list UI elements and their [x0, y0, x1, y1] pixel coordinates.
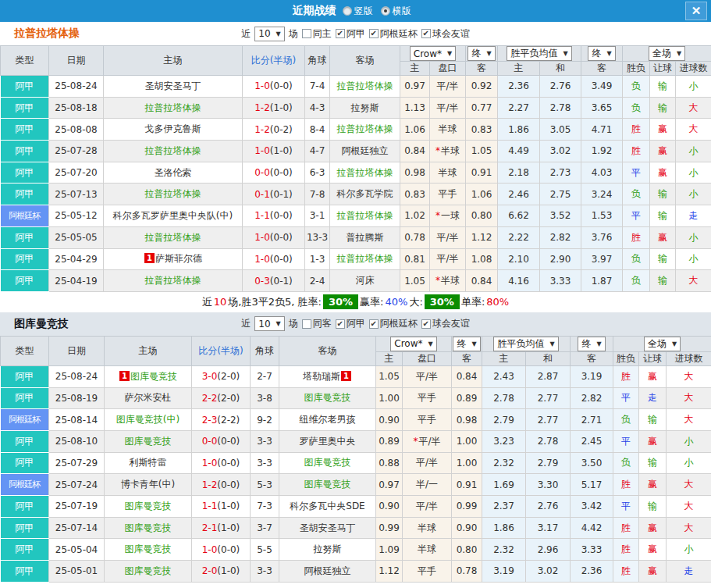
match-row: 阿根廷杯25-05-12科尔多瓦罗萨里奥中央队(中)1-1(0-0)3-1拉普拉… [1, 205, 711, 227]
fulltime-score: 1-0 [202, 544, 218, 555]
avg-away-cell: 1.53 [581, 205, 623, 227]
corners-cell: 4-3 [305, 97, 330, 119]
scope-select[interactable]: 全场▼ [644, 337, 681, 351]
odds-away-cell: 0.90 [452, 517, 482, 539]
date-cell: 25-08-14 [49, 409, 105, 431]
league-filter-label: 阿甲 [347, 317, 365, 330]
result-handicap-cell: 输 [650, 97, 676, 119]
team-label: 拉努斯 [351, 102, 379, 113]
odds-home-cell: 0.90 [376, 409, 403, 431]
sub-column-header: 进球数 [667, 351, 711, 365]
scope-select[interactable]: 全场▼ [649, 46, 685, 61]
avg-away-cell: 3.42 [571, 496, 613, 518]
result-handicap-cell: 输 [650, 76, 676, 98]
same-venue-checkbox[interactable]: 同主 [302, 27, 332, 41]
avg-home-cell: 2.32 [482, 452, 526, 474]
header-row-dropdowns: 类型日期主场比分(半场)角球客场Crow*▼终▼胜平负均值▼终▼全场▼ [1, 46, 711, 62]
odds-source-select[interactable]: Crow*▼ [410, 46, 456, 61]
odds-home-cell: 0.90 [376, 496, 403, 518]
handicap-cell: 半球 [403, 517, 452, 539]
avg-draw-cell: 2.76 [540, 76, 581, 98]
away-team-cell: 拉普拉塔体操 [330, 205, 400, 227]
result-goals-cell: 小 [676, 76, 711, 98]
layout-radio-horizontal[interactable]: 横版 [381, 5, 411, 18]
team-label: 拉普拉塔体操 [145, 275, 201, 286]
same-venue-checkbox[interactable]: 同客 [302, 317, 332, 330]
result-wdl-cell: 负 [623, 270, 650, 292]
fulltime-score: 1-1 [254, 210, 270, 221]
avg-draw-cell: 2.77 [526, 409, 571, 431]
league-cell: 阿甲 [1, 539, 49, 561]
section-header-tucuman: 图库曼竞技 近10▼场同客阿甲阿根廷杯球会友谊 [0, 312, 711, 336]
dropdown-arrow-icon: ▼ [447, 50, 452, 57]
fulltime-score: 0-0 [254, 167, 270, 178]
team-label: 戈多伊克鲁斯 [145, 123, 201, 134]
match-row: 阿甲25-04-291萨斯菲尔德1-0(0-0)1-3拉普拉塔体操0.81平/半… [1, 248, 711, 270]
handicap-cell: 平手 [430, 184, 466, 205]
final-odds-select[interactable]: 终▼ [453, 337, 480, 351]
team-label: 拉普拉塔体操 [337, 210, 393, 221]
fulltime-score: 1-2 [254, 102, 270, 113]
result-handicap-cell: 赢 [650, 226, 676, 248]
star-icon: * [435, 145, 440, 156]
score-cell: 1-1(1-0) [192, 496, 251, 518]
team-label: 图库曼竞技 [125, 565, 172, 576]
result-wdl-cell: 平 [623, 162, 650, 184]
league-cell: 阿甲 [1, 226, 49, 248]
league-filter-checkbox[interactable]: 阿甲 [336, 317, 365, 330]
league-filter-checkbox[interactable]: 阿根廷杯 [369, 27, 418, 41]
date-cell: 25-08-18 [49, 97, 104, 119]
home-team-cell: 图库曼竞技(中) [105, 409, 192, 431]
score-cell: 1-2(0-0) [192, 474, 251, 496]
avg-away-cell: 3.49 [581, 76, 623, 98]
result-wdl-cell: 胜 [613, 474, 639, 496]
column-header: 比分(半场) [243, 46, 305, 76]
league-filter-checkbox[interactable]: 球会友谊 [421, 317, 470, 330]
rate-badge: 30% [323, 294, 358, 309]
games-count-select[interactable]: 10▼ [254, 316, 284, 331]
dropdown-arrow-icon: ▼ [471, 340, 476, 347]
team-label: 图库曼竞技(中) [116, 414, 180, 425]
odds-source-select-value: Crow* [414, 48, 442, 59]
odds-source-select[interactable]: Crow*▼ [390, 337, 436, 351]
result-wdl-cell: 胜 [623, 119, 650, 141]
fulltime-score: 1-0 [254, 254, 270, 265]
halftime-score: (0-1) [270, 189, 293, 200]
team-label: 博卡青年(中) [121, 479, 175, 490]
final-odds-select[interactable]: 终▼ [467, 46, 495, 61]
score-cell: 1-2(1-0) [243, 97, 305, 119]
avg-odds-select[interactable]: 胜平负均值▼ [507, 46, 571, 61]
close-button[interactable]: ✕ [685, 2, 707, 20]
handicap-label: 平手 [418, 392, 436, 403]
odds-home-cell: 1.12 [376, 561, 403, 583]
away-team-cell: 图库曼竞技 [279, 452, 376, 474]
team-label: 图库曼竞技 [125, 543, 172, 554]
final-avg-select[interactable]: 终▼ [578, 337, 605, 351]
radio-checked-icon [381, 6, 390, 16]
league-cell: 阿甲 [1, 561, 49, 583]
score-cell: 2-2(2-0) [192, 387, 251, 409]
match-row: 阿甲25-04-19拉普拉塔体操0-3(0-1)2-4河床1.05*半球0.84… [1, 270, 711, 292]
handicap-label: 平/半 [416, 457, 438, 468]
league-filter-checkbox[interactable]: 球会友谊 [421, 27, 470, 41]
star-icon: * [435, 210, 440, 221]
league-filter-checkbox[interactable]: 阿甲 [336, 27, 365, 41]
halftime-score: (0-0) [217, 436, 240, 447]
halftime-score: (0-0) [217, 458, 240, 469]
near-label: 近 [241, 317, 251, 330]
league-cell: 阿甲 [1, 496, 49, 518]
odds-away-cell: 0.91 [452, 474, 482, 496]
team-label: 阿根廷独立 [304, 565, 351, 576]
league-cell: 阿甲 [1, 517, 49, 539]
team-label: 拉普拉塔体操 [337, 167, 393, 178]
sub-column-header: 主 [376, 351, 403, 365]
away-team-cell: 拉普拉塔体操 [330, 76, 400, 98]
avg-draw-cell: 3.17 [526, 517, 571, 539]
layout-radio-vertical[interactable]: 竖版 [343, 5, 373, 18]
final-avg-select[interactable]: 终▼ [588, 46, 615, 61]
avg-odds-select[interactable]: 胜平负均值▼ [493, 337, 558, 351]
score-cell: 0-1(0-1) [243, 184, 305, 205]
games-count-select[interactable]: 10▼ [254, 27, 284, 41]
fulltime-score: 0-1 [254, 189, 270, 200]
league-filter-checkbox[interactable]: 阿根廷杯 [369, 317, 418, 330]
